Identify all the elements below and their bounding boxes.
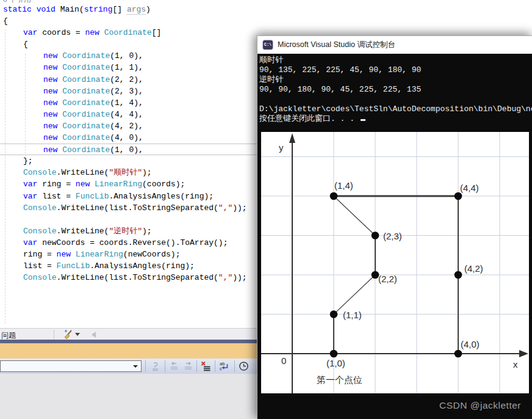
console-output-line: 90, 90, 180, 90, 45, 225, 225, 135	[259, 85, 532, 95]
svg-text:(4,0): (4,0)	[461, 339, 480, 349]
svg-text:y: y	[279, 142, 284, 153]
code-line[interactable]: };	[0, 155, 257, 167]
code-line[interactable]: Console.WriteLine(list.ToStringSeparated…	[0, 272, 257, 283]
code-line[interactable]: new Coordinate(2, 3),	[0, 86, 257, 97]
svg-text:(4,2): (4,2)	[464, 263, 483, 274]
svg-text:(2,2): (2,2)	[378, 274, 397, 284]
code-line[interactable]	[0, 214, 257, 225]
code-line[interactable]: new Coordinate(1, 1),	[0, 62, 257, 73]
console-icon: C:\	[263, 40, 273, 49]
debug-console-window[interactable]: C:\ Microsoft Visual Studio 调试控制台 顺时针90,…	[257, 35, 532, 419]
svg-text:(1,4): (1,4)	[334, 180, 353, 191]
chevron-down-icon[interactable]	[75, 333, 80, 336]
svg-text:(4,4): (4,4)	[460, 183, 479, 193]
code-line[interactable]: new Coordinate(2, 2),	[0, 74, 257, 86]
svg-text:(1,1): (1,1)	[343, 310, 362, 320]
code-line[interactable]: new Coordinate(4, 2),	[0, 120, 257, 132]
coordinate-plot-svg: (1,0)(1,1)(2,2)(2,3)(1,4)(4,4)(4,2)(4,0)…	[261, 132, 529, 393]
code-line[interactable]: var ring = new LinearRing(coords);	[0, 178, 257, 190]
svg-text:第一个点位: 第一个点位	[317, 374, 362, 385]
coordinate-plot: (1,0)(1,1)(2,2)(2,3)(1,4)(4,4)(4,2)(4,0)…	[261, 132, 529, 393]
code-editor[interactable]: 0 个引用 static void Main(string[] args){va…	[0, 0, 257, 328]
console-output-line: 按任意键关闭此窗口. . .	[259, 114, 532, 124]
code-line[interactable]: var coords = new Coordinate[]	[0, 27, 257, 38]
separator	[54, 330, 54, 339]
svg-text:x: x	[513, 359, 518, 370]
navigate-right-icon[interactable]	[183, 361, 193, 371]
code-line[interactable]: {	[0, 38, 257, 50]
word-wrap-icon[interactable]: ab c	[219, 361, 229, 371]
separator	[196, 360, 197, 372]
panel-tab-bar: 问题	[0, 328, 257, 340]
code-line[interactable]: Console.WriteLine(list.ToStringSeparated…	[0, 202, 257, 214]
console-output-line: 90, 135, 225, 225, 45, 90, 180, 90	[259, 65, 532, 75]
navigate-left-icon[interactable]	[169, 361, 179, 371]
svg-text:(1,0): (1,0)	[326, 358, 345, 368]
code-line[interactable]: static void Main(string[] args)	[0, 4, 257, 15]
svg-text:0: 0	[281, 355, 286, 366]
separator	[145, 360, 146, 372]
code-line[interactable]: new Coordinate(1, 0),	[0, 50, 257, 62]
console-output-line: D:\jackletter\codes\TestSln\AutoDecompos…	[259, 104, 532, 114]
separator	[234, 360, 235, 372]
console-title: Microsoft Visual Studio 调试控制台	[278, 40, 395, 50]
code-line[interactable]: new Coordinate(4, 0),	[0, 132, 257, 144]
watermark: CSDN @jackletter	[439, 400, 521, 411]
console-output-line: 顺时针	[259, 56, 532, 65]
command-toolbar: ab c	[0, 359, 257, 374]
code-line[interactable]: ring = new LinearRing(newCoords);	[0, 249, 257, 260]
console-output[interactable]: 顺时针90, 135, 225, 225, 45, 90, 180, 90逆时针…	[259, 56, 532, 124]
highlighted-strip	[0, 343, 257, 359]
code-line[interactable]: Console.WriteLine("顺时针");	[0, 167, 257, 178]
separator	[215, 360, 215, 372]
svg-text:c: c	[220, 366, 222, 371]
code-cleanup-icon[interactable]	[63, 329, 73, 340]
console-output-line: 逆时针	[259, 75, 532, 85]
collapse-left-icon[interactable]	[92, 332, 96, 338]
code-line[interactable]: Console.WriteLine("逆时针");	[0, 225, 257, 237]
console-output-line	[259, 95, 532, 104]
code-line[interactable]: list = FuncLib.AnalysisAngles(ring);	[0, 260, 257, 272]
y-axis-arrow	[289, 133, 295, 143]
code-line[interactable]: {	[0, 15, 257, 27]
console-title-bar[interactable]: C:\ Microsoft Visual Studio 调试控制台	[257, 36, 532, 54]
hook-icon[interactable]	[150, 361, 160, 371]
code-line[interactable]: var newCoords = coords.Reverse().ToArray…	[0, 237, 257, 249]
console-cursor	[361, 119, 365, 121]
chevron-down-icon[interactable]	[133, 365, 138, 368]
separator	[165, 360, 165, 372]
code-line[interactable]: new Coordinate(4, 4),	[0, 109, 257, 120]
code-line[interactable]: new Coordinate(1, 0),	[0, 144, 257, 155]
command-combobox[interactable]	[0, 360, 142, 372]
code-lines[interactable]: static void Main(string[] args){var coor…	[0, 4, 257, 283]
code-line[interactable]: new Coordinate(1, 4),	[0, 97, 257, 109]
panel-background	[0, 374, 257, 419]
clear-list-icon[interactable]	[201, 361, 211, 371]
code-line[interactable]: var list = FuncLib.AnalysisAngles(ring);	[0, 191, 257, 202]
svg-text:(2,3): (2,3)	[383, 231, 402, 241]
clock-icon[interactable]	[239, 361, 249, 371]
x-axis-arrow	[519, 350, 528, 357]
